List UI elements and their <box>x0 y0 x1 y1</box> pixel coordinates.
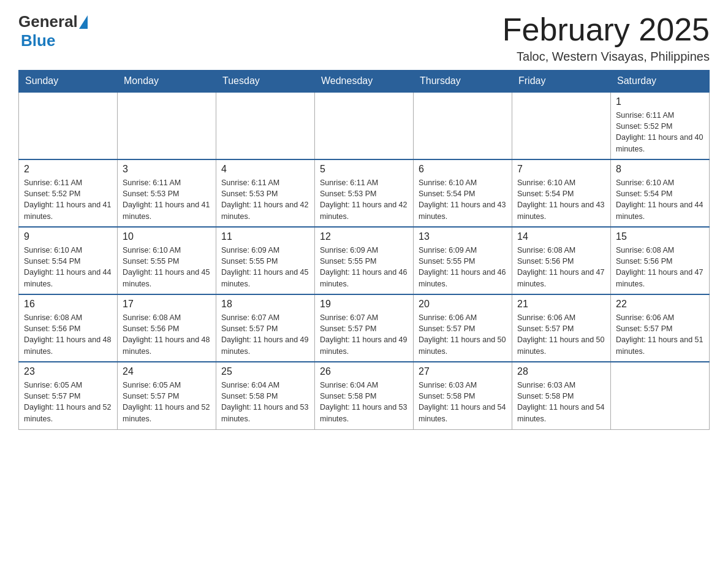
calendar-cell: 21Sunrise: 6:06 AMSunset: 5:57 PMDayligh… <box>512 294 611 362</box>
day-number: 28 <box>517 366 605 377</box>
day-number: 23 <box>24 366 112 377</box>
header-friday: Friday <box>512 71 611 93</box>
calendar-cell <box>611 362 710 429</box>
day-number: 17 <box>123 299 211 310</box>
calendar-cell: 10Sunrise: 6:10 AMSunset: 5:55 PMDayligh… <box>118 227 216 294</box>
day-info: Sunrise: 6:07 AMSunset: 5:57 PMDaylight:… <box>320 312 408 357</box>
day-info: Sunrise: 6:06 AMSunset: 5:57 PMDaylight:… <box>616 312 704 357</box>
location-title: Taloc, Western Visayas, Philippines <box>502 50 710 64</box>
day-number: 7 <box>517 164 605 175</box>
calendar-cell <box>19 92 118 159</box>
day-info: Sunrise: 6:08 AMSunset: 5:56 PMDaylight:… <box>24 312 112 357</box>
day-info: Sunrise: 6:10 AMSunset: 5:54 PMDaylight:… <box>616 177 704 222</box>
weekday-header-row: Sunday Monday Tuesday Wednesday Thursday… <box>19 71 710 93</box>
calendar-cell: 24Sunrise: 6:05 AMSunset: 5:57 PMDayligh… <box>118 362 216 429</box>
day-number: 8 <box>616 164 704 175</box>
day-number: 26 <box>320 366 408 377</box>
calendar-cell: 16Sunrise: 6:08 AMSunset: 5:56 PMDayligh… <box>19 294 118 362</box>
day-number: 9 <box>24 231 112 242</box>
day-number: 18 <box>221 299 309 310</box>
day-info: Sunrise: 6:10 AMSunset: 5:54 PMDaylight:… <box>24 245 112 289</box>
day-info: Sunrise: 6:11 AMSunset: 5:52 PMDaylight:… <box>616 110 704 155</box>
header-tuesday: Tuesday <box>216 71 315 93</box>
day-info: Sunrise: 6:08 AMSunset: 5:56 PMDaylight:… <box>123 312 211 357</box>
month-title: February 2025 <box>502 12 710 47</box>
day-info: Sunrise: 6:08 AMSunset: 5:56 PMDaylight:… <box>517 245 605 289</box>
header-wednesday: Wednesday <box>315 71 414 93</box>
day-info: Sunrise: 6:03 AMSunset: 5:58 PMDaylight:… <box>419 380 507 424</box>
day-number: 24 <box>123 366 211 377</box>
day-info: Sunrise: 6:06 AMSunset: 5:57 PMDaylight:… <box>517 312 605 357</box>
day-info: Sunrise: 6:07 AMSunset: 5:57 PMDaylight:… <box>221 312 309 357</box>
day-number: 2 <box>24 164 112 175</box>
calendar-cell: 19Sunrise: 6:07 AMSunset: 5:57 PMDayligh… <box>315 294 414 362</box>
day-info: Sunrise: 6:09 AMSunset: 5:55 PMDaylight:… <box>419 245 507 289</box>
calendar-cell: 4Sunrise: 6:11 AMSunset: 5:53 PMDaylight… <box>216 159 315 227</box>
week-row-1: 1Sunrise: 6:11 AMSunset: 5:52 PMDaylight… <box>19 92 710 159</box>
calendar-cell: 8Sunrise: 6:10 AMSunset: 5:54 PMDaylight… <box>611 159 710 227</box>
logo-general-text: General <box>18 12 78 31</box>
day-info: Sunrise: 6:11 AMSunset: 5:52 PMDaylight:… <box>24 177 112 222</box>
day-number: 5 <box>320 164 408 175</box>
header-sunday: Sunday <box>19 71 118 93</box>
day-number: 12 <box>320 231 408 242</box>
day-info: Sunrise: 6:09 AMSunset: 5:55 PMDaylight:… <box>221 245 309 289</box>
week-row-4: 16Sunrise: 6:08 AMSunset: 5:56 PMDayligh… <box>19 294 710 362</box>
day-info: Sunrise: 6:11 AMSunset: 5:53 PMDaylight:… <box>320 177 408 222</box>
calendar-cell: 11Sunrise: 6:09 AMSunset: 5:55 PMDayligh… <box>216 227 315 294</box>
calendar-cell: 1Sunrise: 6:11 AMSunset: 5:52 PMDaylight… <box>611 92 710 159</box>
page-header: General Blue February 2025 Taloc, Wester… <box>18 12 710 64</box>
calendar-cell: 3Sunrise: 6:11 AMSunset: 5:53 PMDaylight… <box>118 159 216 227</box>
calendar-cell: 15Sunrise: 6:08 AMSunset: 5:56 PMDayligh… <box>611 227 710 294</box>
calendar-cell: 26Sunrise: 6:04 AMSunset: 5:58 PMDayligh… <box>315 362 414 429</box>
day-number: 19 <box>320 299 408 310</box>
calendar-cell <box>216 92 315 159</box>
day-info: Sunrise: 6:10 AMSunset: 5:54 PMDaylight:… <box>419 177 507 222</box>
calendar-cell: 22Sunrise: 6:06 AMSunset: 5:57 PMDayligh… <box>611 294 710 362</box>
calendar-cell: 27Sunrise: 6:03 AMSunset: 5:58 PMDayligh… <box>414 362 512 429</box>
logo-blue-text: Blue <box>21 31 55 50</box>
title-section: February 2025 Taloc, Western Visayas, Ph… <box>502 12 710 64</box>
calendar-cell <box>512 92 611 159</box>
calendar-cell: 9Sunrise: 6:10 AMSunset: 5:54 PMDaylight… <box>19 227 118 294</box>
day-info: Sunrise: 6:10 AMSunset: 5:54 PMDaylight:… <box>517 177 605 222</box>
day-number: 6 <box>419 164 507 175</box>
logo: General Blue <box>18 12 88 50</box>
day-number: 11 <box>221 231 309 242</box>
day-number: 10 <box>123 231 211 242</box>
calendar-cell <box>118 92 216 159</box>
header-monday: Monday <box>118 71 216 93</box>
day-info: Sunrise: 6:08 AMSunset: 5:56 PMDaylight:… <box>616 245 704 289</box>
day-info: Sunrise: 6:11 AMSunset: 5:53 PMDaylight:… <box>123 177 211 222</box>
header-thursday: Thursday <box>414 71 512 93</box>
calendar-cell <box>414 92 512 159</box>
header-saturday: Saturday <box>611 71 710 93</box>
calendar-cell: 14Sunrise: 6:08 AMSunset: 5:56 PMDayligh… <box>512 227 611 294</box>
week-row-3: 9Sunrise: 6:10 AMSunset: 5:54 PMDaylight… <box>19 227 710 294</box>
day-info: Sunrise: 6:09 AMSunset: 5:55 PMDaylight:… <box>320 245 408 289</box>
day-number: 27 <box>419 366 507 377</box>
day-number: 1 <box>616 96 704 107</box>
day-info: Sunrise: 6:05 AMSunset: 5:57 PMDaylight:… <box>123 380 211 424</box>
calendar-cell: 2Sunrise: 6:11 AMSunset: 5:52 PMDaylight… <box>19 159 118 227</box>
calendar-cell: 18Sunrise: 6:07 AMSunset: 5:57 PMDayligh… <box>216 294 315 362</box>
day-info: Sunrise: 6:04 AMSunset: 5:58 PMDaylight:… <box>221 380 309 424</box>
calendar-cell: 5Sunrise: 6:11 AMSunset: 5:53 PMDaylight… <box>315 159 414 227</box>
calendar-cell: 23Sunrise: 6:05 AMSunset: 5:57 PMDayligh… <box>19 362 118 429</box>
calendar-cell: 17Sunrise: 6:08 AMSunset: 5:56 PMDayligh… <box>118 294 216 362</box>
day-number: 15 <box>616 231 704 242</box>
calendar-cell: 28Sunrise: 6:03 AMSunset: 5:58 PMDayligh… <box>512 362 611 429</box>
calendar-cell <box>315 92 414 159</box>
day-info: Sunrise: 6:05 AMSunset: 5:57 PMDaylight:… <box>24 380 112 424</box>
day-number: 20 <box>419 299 507 310</box>
calendar-cell: 6Sunrise: 6:10 AMSunset: 5:54 PMDaylight… <box>414 159 512 227</box>
calendar-cell: 13Sunrise: 6:09 AMSunset: 5:55 PMDayligh… <box>414 227 512 294</box>
day-info: Sunrise: 6:03 AMSunset: 5:58 PMDaylight:… <box>517 380 605 424</box>
day-number: 21 <box>517 299 605 310</box>
day-number: 13 <box>419 231 507 242</box>
day-number: 4 <box>221 164 309 175</box>
calendar-cell: 7Sunrise: 6:10 AMSunset: 5:54 PMDaylight… <box>512 159 611 227</box>
calendar-cell: 12Sunrise: 6:09 AMSunset: 5:55 PMDayligh… <box>315 227 414 294</box>
calendar-cell: 25Sunrise: 6:04 AMSunset: 5:58 PMDayligh… <box>216 362 315 429</box>
day-number: 14 <box>517 231 605 242</box>
